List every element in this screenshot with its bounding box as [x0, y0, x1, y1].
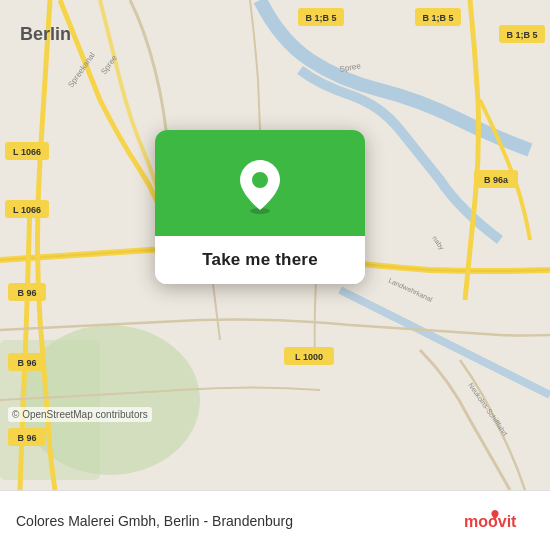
footer-location-text: Colores Malerei Gmbh, Berlin - Brandenbu… [16, 513, 293, 529]
svg-text:B 1;B 5: B 1;B 5 [305, 13, 336, 23]
map-view: Berlin Spreekanal Spree Spree B 1;B 5 B … [0, 0, 550, 490]
svg-text:L 1066: L 1066 [13, 205, 41, 215]
cta-card: Take me there [155, 130, 365, 284]
svg-point-31 [252, 172, 268, 188]
take-me-there-button[interactable]: Take me there [155, 236, 365, 284]
svg-text:Berlin: Berlin [20, 24, 71, 44]
map-attribution: © OpenStreetMap contributors [8, 407, 152, 422]
svg-text:B 96a: B 96a [484, 175, 509, 185]
moovit-logo: moovit [464, 507, 534, 535]
svg-text:L 1066: L 1066 [13, 147, 41, 157]
svg-text:moovit: moovit [464, 513, 517, 530]
moovit-brand-icon: moovit [464, 507, 534, 535]
svg-text:B 96: B 96 [17, 433, 36, 443]
svg-text:B 96: B 96 [17, 288, 36, 298]
svg-text:B 1;B 5: B 1;B 5 [422, 13, 453, 23]
cta-green-background [155, 130, 365, 236]
footer-bar: Colores Malerei Gmbh, Berlin - Brandenbu… [0, 490, 550, 550]
svg-text:B 1;B 5: B 1;B 5 [506, 30, 537, 40]
svg-text:L 1000: L 1000 [295, 352, 323, 362]
svg-text:B 96: B 96 [17, 358, 36, 368]
location-pin-icon [236, 158, 284, 214]
